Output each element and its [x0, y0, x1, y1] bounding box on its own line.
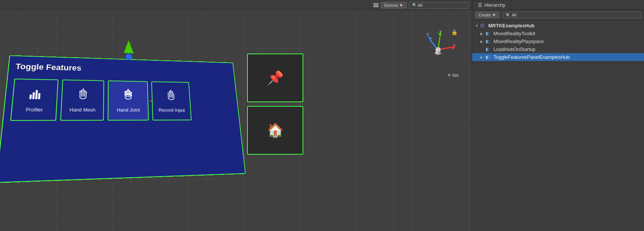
create-button[interactable]: Create ▼ — [475, 12, 499, 18]
svg-point-12 — [129, 90, 131, 92]
hand-joint-icon — [122, 88, 135, 104]
togglefeaturespanel-label: ToggleFeaturesPanelExamplesHub — [493, 54, 641, 60]
scene-search-value: All — [418, 3, 422, 7]
toggle-panel-inner: Toggle Features — [0, 55, 246, 183]
svg-point-19 — [170, 90, 171, 91]
hierarchy-item-togglefeaturespanel[interactable]: ▶ ◧ ToggleFeaturesPanelExamplesHub — [472, 53, 644, 61]
create-label: Create — [479, 13, 491, 17]
object-icon-3: ◧ — [486, 47, 492, 52]
record-input-button[interactable]: Record Input — [151, 81, 192, 121]
unity-logo-icon: ⬡ — [480, 23, 487, 28]
object-icon-1: ◧ — [486, 31, 492, 36]
tree-arrow-down: ▼ — [475, 24, 480, 28]
gizmos-button[interactable]: Gizmos ▼ — [381, 2, 407, 9]
hierarchy-content: ▼ ⬡ MRTKExamplesHub ▶ ◧ MixedRealityTool… — [472, 20, 644, 231]
toggle-features-panel: Toggle Features — [0, 55, 246, 183]
hierarchy-tab-label: Hierarchy — [484, 2, 505, 8]
svg-text:z: z — [427, 31, 429, 36]
main-layout: Gizmos ▼ 🔍 All Toggle Features — [0, 0, 644, 231]
svg-marker-23 — [428, 36, 432, 40]
tree-arrow-right-2: ▶ — [480, 40, 486, 43]
object-icon-2: ◧ — [486, 39, 492, 44]
gizmos-dropdown-icon: ▼ — [399, 3, 403, 7]
home-icon: 🏠 — [267, 122, 284, 138]
hand-mesh-icon — [76, 88, 90, 104]
hierarchy-item-mixedrealitytoolkit[interactable]: ▶ ◧ MixedRealityToolkit — [472, 30, 644, 37]
svg-point-7 — [84, 90, 85, 91]
svg-rect-1 — [32, 92, 35, 99]
svg-point-18 — [130, 94, 132, 96]
hierarchy-search-box[interactable]: 🔍 All — [502, 12, 641, 18]
profiler-button[interactable]: Profiler — [10, 79, 58, 121]
hierarchy-item-mixedrealityplayspace[interactable]: ▶ ◧ MixedRealityPlayspace — [472, 37, 644, 45]
lock-icon[interactable]: 🔒 — [451, 29, 458, 35]
hand-mesh-label: Hand Mesh — [69, 107, 95, 112]
right-side-panels: 📌 🏠 — [247, 54, 303, 155]
home-panel[interactable]: 🏠 — [247, 106, 303, 155]
scene-view: Gizmos ▼ 🔍 All Toggle Features — [0, 0, 472, 231]
hierarchy-header: ☰ Hierarchy — [472, 0, 644, 10]
scene-search-box[interactable]: 🔍 All — [409, 2, 469, 9]
hierarchy-item-loadhubonstartup[interactable]: ▶ ◧ LoadHubOnStartup — [472, 45, 644, 53]
iso-text: Iso — [452, 72, 459, 78]
profiler-icon — [27, 87, 43, 104]
record-input-icon — [164, 89, 178, 104]
hierarchy-tab[interactable]: ☰ Hierarchy — [472, 0, 511, 10]
tree-arrow-right-4: ▶ — [480, 55, 486, 59]
toggle-buttons-row: Profiler — [10, 79, 234, 121]
svg-point-13 — [130, 92, 132, 94]
svg-rect-2 — [35, 90, 38, 99]
svg-point-17 — [129, 93, 131, 95]
record-input-label: Record Input — [158, 107, 185, 113]
hierarchy-search-icon: 🔍 — [506, 13, 510, 17]
sphere-blue — [126, 54, 132, 60]
svg-text:x: x — [453, 43, 456, 47]
pin-icon: 📌 — [267, 70, 284, 86]
search-icon: 🔍 — [412, 3, 417, 7]
hand-joint-button[interactable]: Hand Joint — [107, 80, 149, 121]
scene-canvas: Toggle Features — [0, 10, 472, 231]
hamburger-menu-icon[interactable] — [373, 3, 379, 7]
mixedrealitytoolkit-label: MixedRealityToolkit — [493, 31, 641, 36]
loadhubonstartup-label: LoadHubOnStartup — [493, 46, 641, 52]
hierarchy-panel: ☰ Hierarchy Create ▼ 🔍 All ▼ ⬡ MRTKExamp… — [472, 0, 644, 231]
mixedrealityplayspace-label: MixedRealityPlayspace — [493, 39, 641, 44]
mrtkexampleshub-label: MRTKExamplesHub — [488, 23, 641, 28]
toggle-panel-title: Toggle Features — [15, 62, 229, 76]
svg-rect-0 — [30, 94, 32, 99]
hand-mesh-button[interactable]: Hand Mesh — [60, 79, 104, 121]
svg-point-5 — [81, 90, 82, 91]
pin-panel[interactable]: 📌 — [247, 54, 303, 102]
gizmos-label: Gizmos — [384, 3, 398, 7]
scene-toolbar: Gizmos ▼ 🔍 All — [0, 0, 472, 10]
iso-label: ≡ Iso — [448, 72, 459, 78]
hierarchy-search-value: All — [512, 13, 516, 17]
tree-arrow-right-1: ▶ — [480, 32, 486, 36]
hierarchy-list-icon: ☰ — [478, 2, 482, 8]
svg-rect-3 — [38, 93, 40, 99]
svg-point-6 — [79, 91, 81, 92]
cone-green — [124, 40, 134, 54]
iso-lines-icon: ≡ — [448, 72, 451, 78]
create-dropdown-icon: ▼ — [492, 13, 496, 17]
svg-text:y: y — [440, 29, 442, 34]
svg-point-21 — [171, 91, 173, 92]
svg-point-9 — [127, 89, 129, 91]
svg-point-8 — [85, 91, 87, 93]
profiler-label: Profiler — [25, 107, 43, 113]
svg-point-20 — [169, 91, 170, 92]
object-icon-4: ◧ — [486, 55, 492, 60]
hierarchy-item-mrtkexampleshub[interactable]: ▼ ⬡ MRTKExamplesHub — [472, 22, 644, 30]
svg-point-4 — [82, 88, 84, 90]
hierarchy-toolbar: Create ▼ 🔍 All — [472, 10, 644, 20]
gizmo-handle — [124, 40, 134, 60]
hand-joint-label: Hand Joint — [117, 107, 140, 113]
